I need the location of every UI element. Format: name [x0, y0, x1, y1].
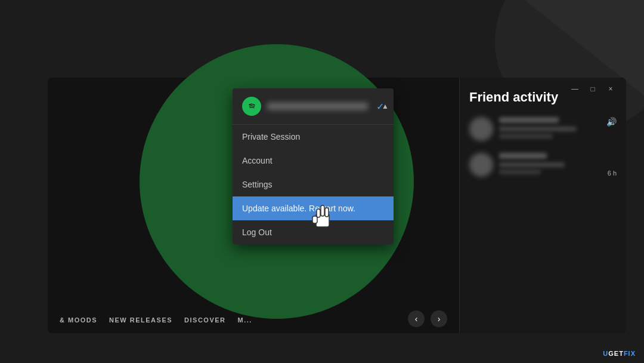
watermark-fix: FIX	[624, 350, 636, 357]
menu-item-private-session[interactable]: Private Session	[233, 125, 394, 149]
svg-point-0	[246, 101, 257, 112]
menu-item-account[interactable]: Account	[233, 149, 394, 173]
spotify-logo-icon	[246, 100, 258, 112]
dropdown-overlay: ✓ ▲ Private Session Account Settings Upd…	[0, 0, 644, 363]
watermark-u: U	[603, 350, 608, 357]
watermark: UGETFIX	[603, 350, 636, 357]
username-display	[267, 103, 368, 110]
menu-item-update[interactable]: Update available. Restart now.	[233, 196, 394, 220]
dropdown-menu: ✓ ▲ Private Session Account Settings Upd…	[233, 88, 394, 244]
menu-item-logout[interactable]: Log Out	[233, 220, 394, 244]
menu-item-settings[interactable]: Settings	[233, 173, 394, 196]
dropdown-header: ✓ ▲	[233, 88, 394, 125]
watermark-get: GET	[608, 350, 624, 357]
scroll-up-icon[interactable]: ▲	[382, 102, 389, 110]
spotify-avatar	[242, 97, 261, 116]
